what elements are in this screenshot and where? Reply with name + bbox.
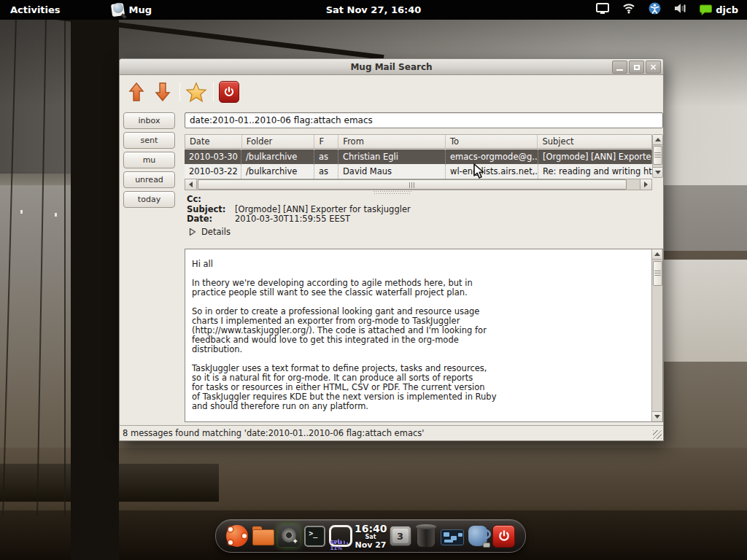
- message-list: Date Folder F From To Subject 2010-03-30…: [185, 134, 663, 190]
- expander-triangle-icon: [188, 228, 197, 236]
- up-arrow-icon: [654, 252, 660, 256]
- cell-from: David Maus: [338, 164, 446, 179]
- trash-icon: [417, 526, 435, 547]
- column-header-from[interactable]: From: [338, 135, 446, 148]
- top-panel: Activities Mug Sat Nov 27, 16:40 djc: [0, 0, 747, 20]
- maximize-button[interactable]: [629, 61, 644, 74]
- toolbar: [120, 76, 663, 108]
- cell-folder: /bulkarchive: [241, 164, 314, 179]
- wallpaper-sailboat: [55, 213, 57, 217]
- scrollbar-thumb[interactable]: [653, 261, 662, 286]
- dock-item-clock[interactable]: 16:40 Sat Nov 27: [355, 524, 387, 549]
- wallpaper-bridge-tower: [71, 20, 119, 560]
- app-menu[interactable]: Mug: [112, 3, 152, 18]
- down-arrow-icon: [654, 415, 660, 419]
- message-body-view[interactable]: Hi all In theory we're developing accord…: [185, 249, 663, 422]
- dock-item-media-player[interactable]: ✦: [276, 524, 301, 548]
- volume-icon[interactable]: [674, 3, 686, 17]
- dock-item-calendar[interactable]: 3: [388, 524, 413, 548]
- next-message-button[interactable]: [152, 80, 174, 104]
- body-vertical-scrollbar[interactable]: [651, 249, 662, 421]
- dock-clock-time: 16:40: [355, 524, 387, 534]
- cell-to: wl-en@lists.airs.net,...: [446, 164, 538, 179]
- up-arrow-icon: [128, 82, 145, 102]
- search-input[interactable]: [185, 112, 663, 128]
- scrollbar-thumb[interactable]: [653, 146, 662, 165]
- minimize-button[interactable]: [612, 61, 627, 74]
- sidebar-item-inbox[interactable]: inbox: [123, 112, 175, 129]
- cell-flags: as: [314, 164, 338, 179]
- column-header-folder[interactable]: Folder: [242, 135, 315, 148]
- status-bar: 8 messages found matching 'date:2010-01.…: [120, 425, 663, 440]
- cc-label: Cc:: [187, 195, 235, 205]
- window-resize-grip[interactable]: [653, 430, 662, 439]
- minimize-icon: [616, 69, 623, 71]
- scroll-down-button[interactable]: [653, 167, 662, 177]
- dock-item-terminal[interactable]: >_: [303, 524, 328, 548]
- dock-item-workspace-switcher[interactable]: [440, 524, 465, 548]
- status-message: 8 messages found matching 'date:2010-01.…: [123, 428, 424, 438]
- wifi-icon[interactable]: [622, 3, 635, 17]
- thumb-grip: [654, 152, 661, 158]
- dock-item-ubuntu[interactable]: [225, 524, 249, 548]
- dock-item-file-manager[interactable]: [251, 524, 276, 548]
- flag-message-button[interactable]: [185, 80, 207, 104]
- mug-mail-search-window: Mug Mail Search × inbox: [119, 58, 664, 441]
- dock-item-shutdown[interactable]: [492, 524, 516, 548]
- quit-button[interactable]: [219, 81, 239, 103]
- dock-item-power-manager[interactable]: [465, 524, 490, 548]
- table-row[interactable]: 2010-03-22 /bulkarchive as David Maus wl…: [185, 164, 652, 179]
- username-label: djcb: [716, 4, 738, 15]
- power-icon: [223, 86, 235, 98]
- cell-to: emacs-orgmode@g...: [446, 149, 538, 164]
- message-list-header: Date Folder F From To Subject: [185, 134, 652, 149]
- dock-item-cpu-monitor[interactable]: CPU 11%: [328, 524, 353, 548]
- cell-subject: Re: reading and writing ht..: [538, 164, 652, 179]
- cpu-monitor-icon: CPU 11%: [329, 525, 352, 547]
- calendar-day-label: 3: [392, 529, 409, 543]
- accessibility-icon[interactable]: [649, 2, 661, 18]
- dock-item-trash[interactable]: [414, 524, 438, 548]
- scroll-up-button[interactable]: [652, 249, 662, 260]
- power-icon: [492, 525, 515, 548]
- subject-label: Subject:: [187, 205, 235, 215]
- column-header-date[interactable]: Date: [185, 135, 242, 148]
- details-expander[interactable]: Details: [187, 227, 654, 237]
- column-header-subject[interactable]: Subject: [538, 135, 651, 148]
- scroll-right-button[interactable]: [640, 179, 651, 190]
- scroll-up-button[interactable]: [653, 135, 662, 145]
- cell-date: 2010-03-22: [185, 164, 241, 179]
- cell-subject: [Orgmode] [ANN] Exporter..: [538, 149, 652, 164]
- scroll-left-button[interactable]: [185, 179, 197, 190]
- column-header-to[interactable]: To: [446, 135, 538, 148]
- calendar-icon: 3: [390, 526, 411, 546]
- mouse-cursor: [473, 163, 486, 179]
- activities-button[interactable]: Activities: [10, 4, 61, 15]
- wallpaper-sailboat: [20, 210, 23, 214]
- thumb-grip: [409, 182, 415, 188]
- sidebar-item-mu[interactable]: mu: [123, 152, 175, 168]
- scrollbar-thumb[interactable]: [198, 179, 627, 190]
- dock-clock-day: Sat: [355, 534, 387, 540]
- close-button[interactable]: ×: [646, 61, 661, 74]
- details-label: Details: [201, 227, 231, 237]
- message-headers: Cc: Subject: [Orgmode] [ANN] Exporter fo…: [187, 195, 654, 237]
- window-titlebar[interactable]: Mug Mail Search ×: [120, 59, 663, 75]
- table-vertical-scrollbar[interactable]: [652, 134, 663, 178]
- scroll-down-button[interactable]: [652, 411, 662, 421]
- previous-message-button[interactable]: [125, 80, 147, 104]
- column-header-flags[interactable]: F: [314, 135, 338, 148]
- table-row-selected[interactable]: 2010-03-30 /bulkarchive as Christian Egl…: [185, 149, 652, 164]
- sidebar-item-today[interactable]: today: [123, 191, 175, 208]
- workspace-switcher-icon: [441, 529, 464, 545]
- down-arrow-icon: [154, 82, 171, 102]
- dock-clock-date: Nov 27: [355, 541, 387, 549]
- table-horizontal-scrollbar[interactable]: [185, 179, 652, 190]
- display-icon[interactable]: [596, 3, 609, 18]
- user-menu[interactable]: djcb: [700, 4, 738, 15]
- pitcher-icon: [468, 526, 487, 546]
- sidebar-item-unread[interactable]: unread: [123, 171, 175, 188]
- sidebar-item-sent[interactable]: sent: [123, 132, 175, 149]
- subject-value: [Orgmode] [ANN] Exporter for taskjuggler: [235, 205, 411, 215]
- app-menu-label: Mug: [129, 4, 152, 15]
